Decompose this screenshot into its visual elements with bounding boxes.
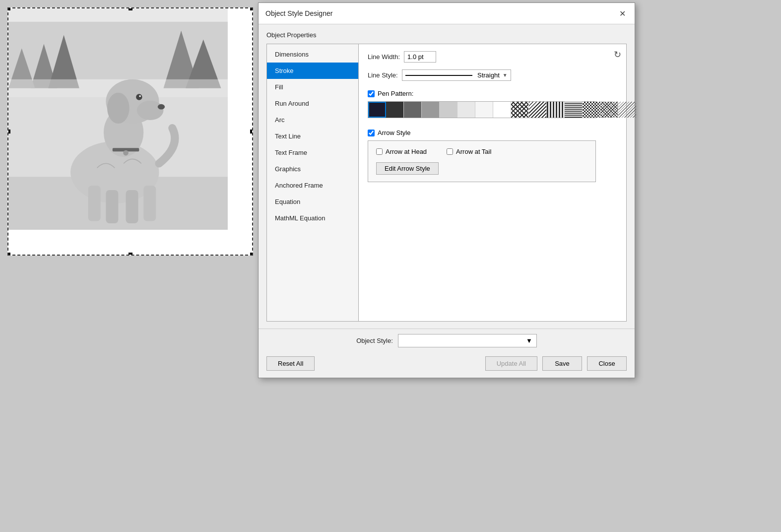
swatch-pattern-6[interactable] bbox=[600, 102, 618, 118]
nav-item-dimensions[interactable]: Dimensions bbox=[267, 46, 358, 63]
swatch-solid-lighter[interactable] bbox=[440, 102, 457, 118]
nav-item-equation[interactable]: Equation bbox=[267, 194, 358, 210]
dialog-title: Object Style Designer bbox=[265, 9, 332, 17]
content-panel: ↻ Line Width: Line Style: Straight ▼ bbox=[359, 44, 626, 321]
swatch-pattern-2[interactable] bbox=[529, 102, 547, 118]
close-button[interactable]: Close bbox=[587, 356, 627, 371]
svg-rect-20 bbox=[88, 186, 101, 221]
pen-pattern-label[interactable]: Pen Pattern: bbox=[378, 90, 413, 97]
nav-item-fill[interactable]: Fill bbox=[267, 79, 358, 95]
svg-point-14 bbox=[158, 104, 165, 110]
arrow-style-checkbox-row: Arrow Style bbox=[368, 129, 617, 136]
nav-panel: Dimensions Stroke Fill Run Around Arc Te… bbox=[267, 44, 359, 321]
svg-point-13 bbox=[137, 101, 164, 120]
swatch-pattern-5[interactable] bbox=[583, 102, 600, 118]
swatch-near-white[interactable] bbox=[475, 102, 493, 118]
dog-image bbox=[8, 8, 228, 230]
chevron-down-icon: ▼ bbox=[526, 337, 532, 344]
object-style-designer-dialog: Object Style Designer ✕ Object Propertie… bbox=[258, 2, 635, 378]
nav-item-anchored-frame[interactable]: Anchored Frame bbox=[267, 177, 358, 194]
close-icon[interactable]: ✕ bbox=[617, 8, 628, 19]
swatch-white[interactable] bbox=[493, 102, 511, 118]
swatch-pattern-3[interactable] bbox=[547, 102, 565, 118]
pen-pattern-checkbox-row: Pen Pattern: bbox=[368, 90, 617, 97]
pen-pattern-checkbox[interactable] bbox=[368, 90, 375, 97]
refresh-button[interactable]: ↻ bbox=[614, 49, 621, 60]
dialog-titlebar: Object Style Designer ✕ bbox=[259, 3, 635, 24]
object-style-select[interactable]: ▼ bbox=[398, 334, 537, 347]
handle-top-right[interactable] bbox=[250, 7, 253, 10]
nav-item-mathml-equation[interactable]: MathML Equation bbox=[267, 210, 358, 226]
reset-all-button[interactable]: Reset All bbox=[266, 356, 315, 371]
nav-item-text-line[interactable]: Text Line bbox=[267, 128, 358, 144]
handle-top-center[interactable] bbox=[129, 7, 132, 10]
edit-arrow-style-button[interactable]: Edit Arrow Style bbox=[376, 162, 439, 175]
arrow-style-label[interactable]: Arrow Style bbox=[378, 129, 410, 136]
handle-bottom-right[interactable] bbox=[250, 253, 253, 256]
dialog-buttons: Reset All Update All Save Close bbox=[266, 354, 627, 373]
dialog-body: Object Properties Dimensions Stroke Fill… bbox=[259, 24, 635, 329]
refresh-icon: ↻ bbox=[614, 50, 621, 60]
svg-point-19 bbox=[123, 150, 129, 156]
pen-pattern-grid bbox=[368, 101, 596, 118]
arrow-at-tail-checkbox[interactable] bbox=[447, 148, 453, 155]
chevron-down-icon: ▼ bbox=[503, 72, 508, 78]
section-label: Object Properties bbox=[266, 31, 627, 39]
update-all-button[interactable]: Update All bbox=[485, 356, 537, 371]
line-preview bbox=[405, 75, 472, 76]
swatch-solid-medium[interactable] bbox=[404, 102, 422, 118]
svg-point-16 bbox=[139, 95, 141, 97]
arrow-at-tail-item: Arrow at Tail bbox=[447, 148, 491, 155]
save-button[interactable]: Save bbox=[542, 356, 582, 371]
handle-mid-right[interactable] bbox=[250, 130, 253, 133]
line-style-value: Straight bbox=[477, 71, 500, 79]
arrow-at-head-label[interactable]: Arrow at Head bbox=[386, 148, 427, 155]
dialog-content: Dimensions Stroke Fill Run Around Arc Te… bbox=[266, 44, 627, 322]
image-container bbox=[7, 7, 253, 256]
swatch-pattern-4[interactable] bbox=[565, 102, 583, 118]
handle-mid-left[interactable] bbox=[7, 130, 10, 133]
swatch-pattern-7[interactable] bbox=[618, 102, 636, 118]
svg-point-15 bbox=[136, 94, 142, 100]
arrow-at-tail-label[interactable]: Arrow at Tail bbox=[456, 148, 491, 155]
dialog-bottom: Object Style: ▼ Reset All Update All Sav… bbox=[259, 329, 635, 378]
handle-bottom-center[interactable] bbox=[129, 253, 132, 256]
line-width-row: Line Width: bbox=[368, 51, 617, 63]
nav-item-run-around[interactable]: Run Around bbox=[267, 95, 358, 112]
line-style-label: Line Style: bbox=[368, 71, 398, 79]
line-style-select[interactable]: Straight ▼ bbox=[402, 69, 511, 81]
handle-bottom-left[interactable] bbox=[7, 253, 10, 256]
nav-item-text-frame[interactable]: Text Frame bbox=[267, 144, 358, 161]
svg-rect-21 bbox=[106, 190, 118, 223]
swatch-solid-dark[interactable] bbox=[386, 102, 404, 118]
line-width-input[interactable] bbox=[404, 51, 436, 63]
arrow-at-head-item: Arrow at Head bbox=[376, 148, 427, 155]
svg-rect-22 bbox=[126, 190, 138, 223]
swatch-solid-lightest[interactable] bbox=[457, 102, 475, 118]
line-width-label: Line Width: bbox=[368, 53, 400, 61]
swatch-solid-light[interactable] bbox=[422, 102, 440, 118]
svg-rect-23 bbox=[143, 186, 156, 221]
line-style-row: Line Style: Straight ▼ bbox=[368, 69, 617, 81]
nav-item-stroke[interactable]: Stroke bbox=[267, 63, 358, 79]
swatch-pattern-1[interactable] bbox=[511, 102, 529, 118]
nav-item-arc[interactable]: Arc bbox=[267, 112, 358, 128]
nav-item-graphics[interactable]: Graphics bbox=[267, 161, 358, 177]
arrow-style-checkbox[interactable] bbox=[368, 130, 375, 136]
swatch-solid-darkest[interactable] bbox=[368, 102, 386, 118]
arrow-style-section: Arrow at Head Arrow at Tail Edit Arrow S… bbox=[368, 140, 596, 182]
object-style-row: Object Style: ▼ bbox=[266, 334, 627, 347]
object-style-label: Object Style: bbox=[356, 337, 393, 344]
arrow-checkboxes: Arrow at Head Arrow at Tail bbox=[376, 148, 587, 155]
arrow-at-head-checkbox[interactable] bbox=[376, 148, 383, 155]
handle-top-left[interactable] bbox=[7, 7, 10, 10]
svg-point-17 bbox=[107, 93, 130, 124]
